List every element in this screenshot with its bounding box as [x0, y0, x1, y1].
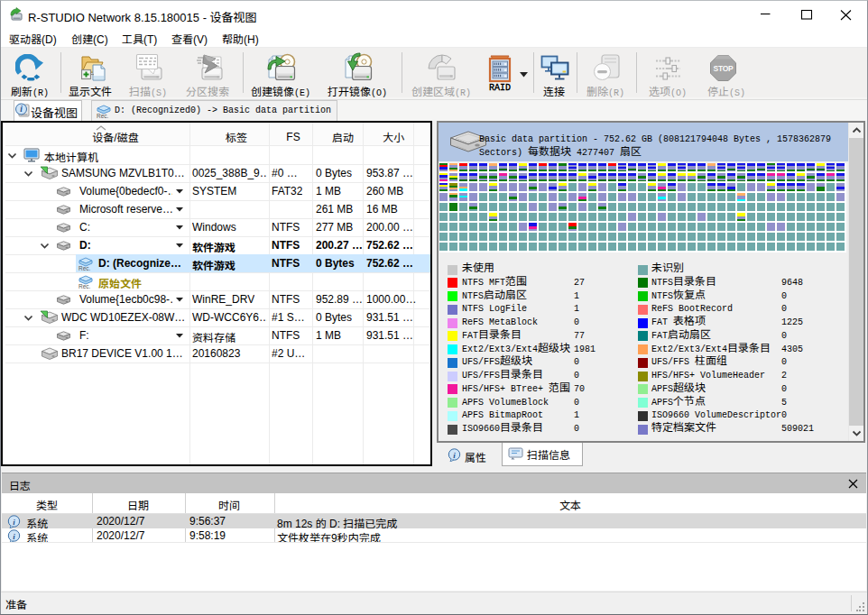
svg-text:STOP: STOP [714, 64, 734, 73]
svg-text:Rec.: Rec. [97, 113, 109, 119]
svg-text:i: i [20, 105, 23, 114]
svg-text:Rec.: Rec. [78, 283, 91, 289]
svg-text:Rec.: Rec. [78, 265, 91, 271]
